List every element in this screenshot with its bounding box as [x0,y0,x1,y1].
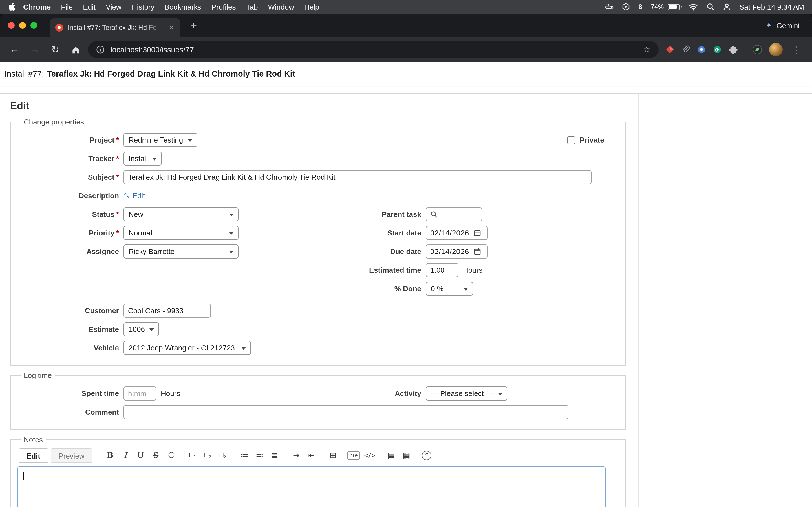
outdent-icon[interactable]: ⇤ [305,448,319,462]
tab-close-icon[interactable]: × [168,23,175,32]
menubar-status-icon-1[interactable] [605,3,614,11]
address-bar[interactable]: localhost:3000/issues/77 ☆ [88,41,659,58]
customer-input[interactable] [123,304,211,318]
calendar-icon[interactable] [474,248,481,255]
percent-done-label: % Done [347,284,421,293]
definition-list-icon[interactable]: ≣ [268,448,282,462]
status-row: Status* New Parent task [17,207,619,221]
heading2-button[interactable]: H₂ [201,448,215,462]
spotlight-search-icon[interactable] [707,3,714,11]
extension-icon-3[interactable] [697,45,706,54]
wifi-icon[interactable] [689,3,698,10]
zoom-window-button[interactable] [31,22,37,29]
home-button[interactable] [68,42,84,57]
extension-icon-1[interactable] [665,45,674,54]
activity-select[interactable]: --- Please select --- [426,386,507,400]
spent-time-input[interactable] [123,386,156,400]
browser-tab[interactable]: Install #77: Teraflex Jk: Hd Fo × [50,18,181,37]
menu-view[interactable]: View [101,3,126,11]
extensions-puzzle-icon[interactable] [728,45,738,54]
estimate-select[interactable]: 1006 [123,322,159,336]
code-block-icon[interactable]: </> [363,448,377,462]
tracker-select[interactable]: Install [123,152,162,166]
customer-label: Customer [17,306,119,315]
back-button[interactable]: ← [7,42,22,57]
menu-history[interactable]: History [126,3,160,11]
parent-task-text[interactable] [441,210,476,219]
table-icon[interactable]: ⊞ [326,448,340,462]
profile-avatar[interactable] [769,43,783,56]
close-window-button[interactable] [8,22,15,29]
private-checkbox[interactable] [567,136,575,144]
minimize-window-button[interactable] [19,22,26,29]
project-select[interactable]: Redmine Testing [123,133,197,147]
subject-input[interactable] [123,170,592,184]
underline-button[interactable]: U [134,448,148,462]
menubar-status-icon-2[interactable] [622,3,630,11]
menu-tab[interactable]: Tab [241,3,263,11]
apple-logo-icon[interactable] [8,2,16,11]
gemini-button[interactable]: ✦ Gemini [765,20,804,31]
url-text[interactable]: localhost:3000/issues/77 [110,45,194,54]
issue-id: Install #77: [4,69,44,78]
inline-code-button[interactable]: C [164,448,178,462]
bookmark-star-icon[interactable]: ☆ [643,45,651,55]
notes-editor [17,466,619,507]
due-date-input[interactable]: 02/14/2026 [426,244,488,259]
site-info-icon[interactable] [96,45,105,54]
italic-button[interactable]: I [118,448,133,462]
numbered-list-icon[interactable]: ≕ [253,448,267,462]
strikethrough-button[interactable]: S [149,448,163,462]
bold-button[interactable]: B [103,448,117,462]
notes-fieldset: Notes Edit Preview B I U S C H₁ H₂ H₃ [10,436,626,507]
indent-icon[interactable]: ⇥ [289,448,303,462]
issue-header: ✎Edit ◷Log time ▶Start tracking $Bill Ti… [0,62,812,94]
status-select[interactable]: New [123,207,239,221]
user-switcher-icon[interactable] [723,3,731,11]
extension-icon-4[interactable] [713,45,722,54]
screen: Chrome File Edit View History Bookmarks … [0,0,812,507]
notes-tab-preview[interactable]: Preview [50,448,93,463]
insert-image-icon[interactable]: ▦ [400,448,414,462]
menu-window[interactable]: Window [263,3,299,11]
vehicle-select[interactable]: 2012 Jeep Wrangler - CL212723 [123,341,251,355]
notes-textarea[interactable] [17,466,606,507]
parent-task-input[interactable] [426,207,482,221]
notes-tab-edit[interactable]: Edit [18,448,48,463]
menu-profiles[interactable]: Profiles [206,3,241,11]
estimated-time-input[interactable] [426,263,458,277]
menu-chrome[interactable]: Chrome [18,3,56,11]
estimate-label: Estimate [17,325,119,334]
heading3-button[interactable]: H₃ [216,448,230,462]
macos-menubar: Chrome File Edit View History Bookmarks … [0,0,812,13]
browser-menu-icon[interactable]: ⋮ [790,44,803,55]
percent-done-select[interactable]: 0 % [426,282,473,296]
menu-edit[interactable]: Edit [78,3,101,11]
menubar-status-icon-3[interactable]: 8 [639,3,642,11]
start-date-input[interactable]: 02/14/2026 [426,226,488,240]
sticky-issue-title: Install #77: Teraflex Jk: Hd Forged Drag… [0,62,812,86]
priority-select[interactable]: Normal [123,226,239,240]
help-icon[interactable]: ? [422,450,432,460]
log-time-legend: Log time [21,371,55,380]
preformatted-button[interactable]: pre [347,451,360,459]
comment-input[interactable] [123,405,568,419]
notes-format-toolbar: B I U S C H₁ H₂ H₃ ≔ ≕ ≣ ⇥ ⇤ [103,448,432,463]
calendar-icon[interactable] [474,229,481,237]
assignee-label: Assignee [17,247,119,256]
reload-button[interactable]: ↻ [47,42,63,57]
menubar-clock[interactable]: Sat Feb 14 9:34 AM [739,3,804,11]
menu-help[interactable]: Help [299,3,324,11]
menu-file[interactable]: File [56,3,78,11]
forward-button[interactable]: → [27,42,43,57]
issue-title: Teraflex Jk: Hd Forged Drag Link Kit & H… [47,69,295,78]
heading1-button[interactable]: H₁ [186,448,200,462]
extension-icon-2[interactable] [681,45,690,54]
bullet-list-icon[interactable]: ≔ [238,448,252,462]
menu-bookmarks[interactable]: Bookmarks [160,3,206,11]
extension-icon-6[interactable] [752,45,762,55]
description-edit-link[interactable]: ✎Edit [123,191,145,200]
assignee-select[interactable]: Ricky Barrette [123,244,239,259]
new-tab-button[interactable]: + [187,19,200,32]
insert-file-icon[interactable]: ▤ [384,448,398,462]
